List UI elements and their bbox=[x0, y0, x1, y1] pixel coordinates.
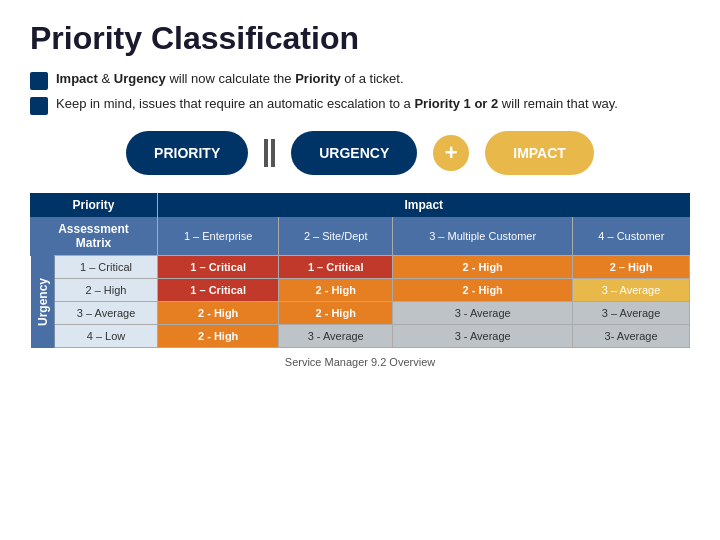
bar-line-1 bbox=[264, 139, 268, 167]
cell-0-1: 1 – Critical bbox=[279, 256, 393, 279]
urgency-label: Urgency bbox=[30, 256, 55, 348]
footer-text: Service Manager 9.2 Overview bbox=[30, 356, 690, 368]
table-row: 4 – Low 2 - High 3 - Average 3 - Average… bbox=[30, 325, 690, 348]
th-assessment: Assessment Matrix bbox=[30, 217, 158, 256]
bullet-item-2: Keep in mind, issues that require an aut… bbox=[30, 96, 690, 115]
table-row: Urgency 1 – Critical 1 – Critical 1 – Cr… bbox=[30, 256, 690, 279]
cell-2-1: 2 - High bbox=[279, 302, 393, 325]
cell-1-2: 2 - High bbox=[393, 279, 573, 302]
cell-2-0: 2 - High bbox=[158, 302, 279, 325]
th-col-1: 1 – Enterprise bbox=[158, 217, 279, 256]
matrix-body: Urgency 1 – Critical 1 – Critical 1 – Cr… bbox=[30, 256, 690, 348]
cell-3-3: 3- Average bbox=[573, 325, 690, 348]
th-priority: Priority bbox=[30, 193, 158, 217]
impact-pill: IMPACT bbox=[485, 131, 594, 175]
cell-0-3: 2 – High bbox=[573, 256, 690, 279]
urgency-4-low: 4 – Low bbox=[55, 325, 158, 348]
bullet-item-1: Impact & Urgency will now calculate the … bbox=[30, 71, 690, 90]
th-impact: Impact bbox=[158, 193, 690, 217]
header-row-1: Priority Impact bbox=[30, 193, 690, 217]
priority-matrix-table: Priority Impact Assessment Matrix 1 – En… bbox=[30, 193, 690, 348]
th-col-3: 3 – Multiple Customer bbox=[393, 217, 573, 256]
cell-0-0: 1 – Critical bbox=[158, 256, 279, 279]
urgency-3-average: 3 – Average bbox=[55, 302, 158, 325]
urgency-pill: URGENCY bbox=[291, 131, 417, 175]
cell-2-2: 3 - Average bbox=[393, 302, 573, 325]
cell-3-1: 3 - Average bbox=[279, 325, 393, 348]
cell-1-3: 3 – Average bbox=[573, 279, 690, 302]
equals-symbol bbox=[264, 139, 275, 167]
bullet-text-1: Impact & Urgency will now calculate the … bbox=[56, 71, 404, 86]
header-row-2: Assessment Matrix 1 – Enterprise 2 – Sit… bbox=[30, 217, 690, 256]
plus-symbol: + bbox=[433, 135, 469, 171]
th-col-4: 4 – Customer bbox=[573, 217, 690, 256]
formula-row: PRIORITY URGENCY + IMPACT bbox=[30, 131, 690, 175]
cell-1-1: 2 - High bbox=[279, 279, 393, 302]
cell-2-3: 3 – Average bbox=[573, 302, 690, 325]
cell-3-2: 3 - Average bbox=[393, 325, 573, 348]
bullet-icon-1 bbox=[30, 72, 48, 90]
page-title: Priority Classification bbox=[30, 20, 690, 57]
matrix-container: Priority Impact Assessment Matrix 1 – En… bbox=[30, 193, 690, 348]
priority-pill: PRIORITY bbox=[126, 131, 248, 175]
bullet-text-2: Keep in mind, issues that require an aut… bbox=[56, 96, 618, 111]
table-row: 3 – Average 2 - High 2 - High 3 - Averag… bbox=[30, 302, 690, 325]
bar-line-2 bbox=[271, 139, 275, 167]
bullet-icon-2 bbox=[30, 97, 48, 115]
cell-0-2: 2 - High bbox=[393, 256, 573, 279]
table-row: 2 – High 1 – Critical 2 - High 2 - High … bbox=[30, 279, 690, 302]
slide: Priority Classification Impact & Urgency… bbox=[0, 0, 720, 540]
bullet-list: Impact & Urgency will now calculate the … bbox=[30, 71, 690, 115]
urgency-2-high: 2 – High bbox=[55, 279, 158, 302]
cell-3-0: 2 - High bbox=[158, 325, 279, 348]
cell-1-0: 1 – Critical bbox=[158, 279, 279, 302]
urgency-1-critical: 1 – Critical bbox=[55, 256, 158, 279]
th-col-2: 2 – Site/Dept bbox=[279, 217, 393, 256]
